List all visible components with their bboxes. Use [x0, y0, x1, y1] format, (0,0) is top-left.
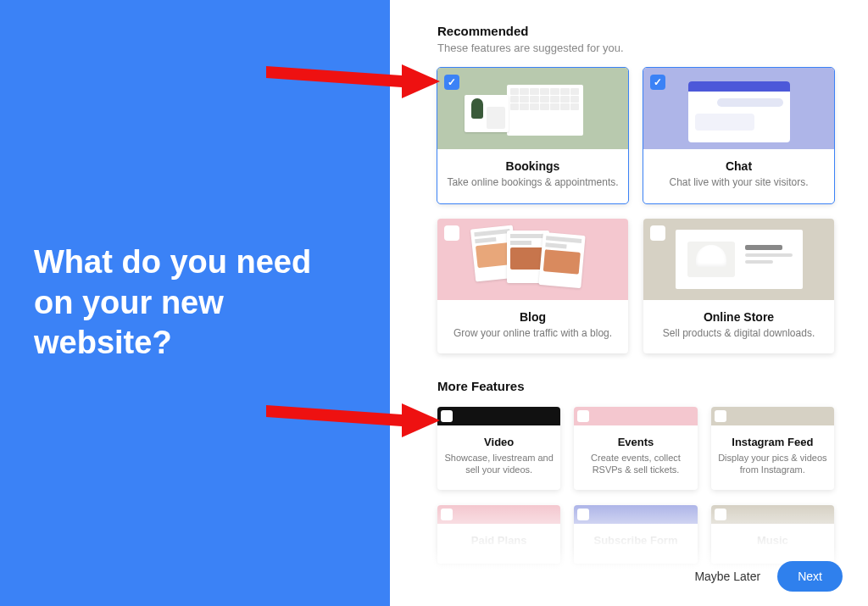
- intro-panel: What do you need on your new website?: [0, 0, 390, 606]
- feature-desc: Chat live with your site visitors.: [652, 176, 826, 190]
- more-features-grid: Video Showcase, livestream and sell your…: [437, 407, 834, 490]
- checkbox-icon[interactable]: [444, 225, 459, 241]
- feature-desc: Take online bookings & appointments.: [446, 176, 620, 190]
- feature-bar: [437, 505, 560, 524]
- page-heading: What do you need on your new website?: [34, 242, 356, 364]
- feature-bar: [574, 407, 697, 425]
- feature-bar: [574, 505, 697, 524]
- next-button[interactable]: Next: [777, 561, 843, 592]
- feature-title: Events: [581, 436, 690, 448]
- feature-title: Bookings: [446, 159, 620, 173]
- feature-title: Chat: [652, 159, 826, 173]
- feature-card-online-store[interactable]: Online Store Sell products & digital dow…: [643, 219, 834, 354]
- maybe-later-link[interactable]: Maybe Later: [694, 570, 760, 583]
- checkbox-icon[interactable]: [444, 75, 459, 90]
- feature-bar: [711, 407, 834, 425]
- feature-selection-panel: Recommended These features are suggested…: [390, 0, 868, 606]
- checkbox-icon[interactable]: [715, 410, 726, 422]
- feature-title: Instagram Feed: [718, 436, 827, 448]
- feature-thumb: [643, 68, 834, 149]
- checkbox-icon[interactable]: [441, 410, 453, 422]
- feature-title: Music: [718, 534, 827, 547]
- checkbox-icon[interactable]: [650, 75, 665, 90]
- feature-thumb: [437, 219, 628, 300]
- feature-thumb: [437, 68, 628, 149]
- recommended-grid: Bookings Take online bookings & appointm…: [437, 68, 834, 353]
- feature-card-events[interactable]: Events Create events, collect RSVPs & se…: [574, 407, 697, 490]
- feature-thumb: [643, 219, 834, 300]
- feature-title: Video: [444, 436, 554, 448]
- checkbox-icon[interactable]: [650, 225, 665, 241]
- checkbox-icon[interactable]: [577, 509, 589, 520]
- feature-desc: Showcase, livestream and sell your video…: [444, 452, 554, 476]
- feature-card-blog[interactable]: Blog Grow your online traffic with a blo…: [437, 219, 628, 354]
- footer-actions: Maybe Later Next: [390, 547, 868, 606]
- more-features-heading: More Features: [437, 379, 834, 393]
- feature-card-chat[interactable]: Chat Chat live with your site visitors.: [643, 68, 834, 203]
- feature-desc: Display your pics & videos from Instagra…: [718, 452, 827, 476]
- feature-title: Subscribe Form: [581, 534, 690, 547]
- feature-bar: [437, 407, 560, 425]
- feature-desc: Grow your online traffic with a blog.: [446, 327, 620, 341]
- feature-bar: [711, 505, 834, 524]
- checkbox-icon[interactable]: [441, 509, 453, 520]
- feature-desc: Create events, collect RSVPs & sell tick…: [581, 452, 690, 476]
- feature-card-bookings[interactable]: Bookings Take online bookings & appointm…: [437, 68, 628, 203]
- feature-title: Online Store: [652, 310, 826, 324]
- feature-card-video[interactable]: Video Showcase, livestream and sell your…: [437, 407, 560, 490]
- feature-desc: Sell products & digital downloads.: [652, 327, 826, 341]
- feature-title: Paid Plans: [444, 534, 554, 547]
- recommended-subtext: These features are suggested for you.: [437, 42, 834, 54]
- checkbox-icon[interactable]: [577, 410, 589, 422]
- feature-title: Blog: [446, 310, 620, 324]
- recommended-heading: Recommended: [437, 24, 834, 38]
- feature-card-instagram-feed[interactable]: Instagram Feed Display your pics & video…: [711, 407, 834, 490]
- checkbox-icon[interactable]: [715, 509, 726, 520]
